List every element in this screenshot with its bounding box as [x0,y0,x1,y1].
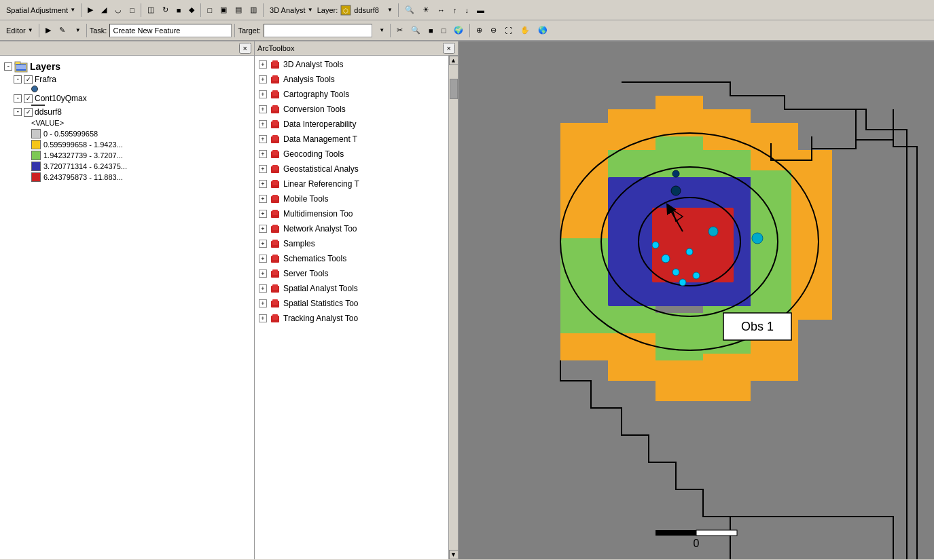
scroll-thumb[interactable] [450,79,458,99]
tb-expand-15[interactable]: + [259,284,267,293]
scroll-up-btn[interactable]: ▲ [449,56,459,65]
globe-btn[interactable]: 🌍 [450,24,467,36]
rtool3[interactable]: ↔ [434,5,448,16]
tb-expand-4[interactable]: + [259,120,267,128]
3d-analyst-btn[interactable]: 3D Analyst [266,5,316,16]
rtool2[interactable]: ☀ [419,4,433,16]
tb-expand-7[interactable]: + [259,165,267,173]
layers-panel-close[interactable]: × [239,43,251,54]
frafra-row[interactable]: ⁃ Frafra [12,74,251,85]
svg-rect-50 [785,150,832,198]
toolbox-item-1[interactable]: + Analysis Tools [256,72,447,87]
toolbox-item-4[interactable]: + Data Interoperability [256,117,447,132]
tb-expand-14[interactable]: + [259,269,267,278]
toolbox-item-15[interactable]: + Spatial Analyst Tools [256,281,447,296]
toolbox-item-16[interactable]: + Spatial Statistics Too [256,296,447,311]
svg-text:0: 0 [694,538,700,549]
spatial-adjustment-btn[interactable]: Spatial Adjustment [3,5,78,16]
zoom-in-btn[interactable]: ⊕ [473,24,486,36]
frafra-expand[interactable]: ⁃ [14,75,22,83]
toolbox-scrollbar[interactable]: ▲ ▼ [448,56,458,559]
toolbox-item-0[interactable]: + 3D Analyst Tools [256,57,447,72]
toolbar-row-1: Spatial Adjustment ▶ ◢ ◡ □ ◫ ↻ ■ ◆ □ ▣ ▤… [0,0,934,20]
tool3[interactable]: ◡ [111,4,125,16]
tool11[interactable]: ▤ [232,4,245,16]
rtool5[interactable]: ↓ [461,5,472,16]
toolbox-item-6[interactable]: + Geocoding Tools [256,147,447,162]
tool4[interactable]: □ [126,5,138,16]
edit-tool2[interactable]: 🔍 [408,24,424,36]
frafra-checkbox[interactable] [24,75,33,84]
edit-tool4[interactable]: □ [438,25,450,36]
tb-expand-9[interactable]: + [259,195,267,203]
tool10[interactable]: ▣ [217,4,230,16]
layer-dropdown-btn[interactable] [382,9,395,12]
tb-expand-12[interactable]: + [259,240,267,248]
tb-expand-16[interactable]: + [259,299,267,307]
rtool6[interactable]: ▬ [473,5,488,16]
editor-btn[interactable]: Editor [3,25,36,36]
tool5[interactable]: ◫ [144,4,158,16]
tool8[interactable]: ◆ [185,4,198,16]
play-btn[interactable]: ▶ [42,24,54,36]
toolbox-item-10[interactable]: + Multidimension Too [256,206,447,221]
toolbox-panel-close[interactable]: × [443,43,455,54]
svg-rect-95 [655,530,696,536]
tb-expand-8[interactable]: + [259,180,267,188]
tb-expand-11[interactable]: + [259,225,267,233]
rtool4[interactable]: ↑ [450,5,461,16]
toolbox-item-13[interactable]: + Schematics Tools [256,251,447,266]
full-extent-btn[interactable]: ⛶ [501,25,516,36]
ddsurf8-row[interactable]: ⁃ ddsurf8 [12,107,251,117]
toolbox-item-9[interactable]: + Mobile Tools [256,191,447,206]
tb-expand-1[interactable]: + [259,75,267,83]
sep8 [234,24,235,37]
task-input[interactable] [109,24,232,37]
tool7[interactable]: ■ [173,5,185,16]
toolbox-item-5[interactable]: + Data Management T [256,132,447,147]
tb-expand-6[interactable]: + [259,150,267,158]
layers-root-row[interactable]: ⁃ Layers [3,59,251,74]
tb-expand-0[interactable]: + [259,60,267,69]
cont-expand[interactable]: ⁃ [14,94,22,102]
tb-expand-5[interactable]: + [259,135,267,143]
tool12[interactable]: ▥ [247,4,260,16]
pencil-dropdown[interactable] [70,29,84,32]
map-svg: 0 Obs 1 [459,41,934,559]
toolbox-item-8[interactable]: + Linear Referencing T [256,176,447,191]
tb-expand-10[interactable]: + [259,210,267,218]
tb-expand-13[interactable]: + [259,255,267,263]
zoom-out-btn[interactable]: ⊖ [487,24,500,36]
tb-expand-2[interactable]: + [259,90,267,98]
edit-tool3[interactable]: ■ [425,25,437,36]
toolbox-item-11[interactable]: + Network Analyst Too [256,221,447,236]
toolbox-item-3[interactable]: + Conversion Tools [256,102,447,117]
map-panel[interactable]: 0 Obs 1 Obs 1 [459,41,934,559]
cont-checkbox[interactable] [24,94,33,103]
target-dropdown[interactable] [374,29,387,32]
pencil-btn[interactable]: ✎ [56,24,69,36]
toolbox-item-7[interactable]: + Geostatistical Analys [256,162,447,176]
target-input[interactable] [264,24,372,37]
cont-row[interactable]: ⁃ Cont10yQmax [12,93,251,104]
tool6[interactable]: ↻ [159,4,172,16]
tool9[interactable]: □ [204,5,215,16]
ddsurf8-expand[interactable]: ⁃ [14,108,22,116]
pan-btn[interactable]: ✋ [517,24,533,36]
rtool1[interactable]: 🔍 [401,4,418,16]
toolbox-label-0: 3D Analyst Tools [283,60,344,69]
layers-expand[interactable]: ⁃ [4,62,12,71]
toolbox-item-2[interactable]: + Cartography Tools [256,87,447,102]
toolbox-item-12[interactable]: + Samples [256,236,447,251]
toolbox-item-17[interactable]: + Tracking Analyst Too [256,311,447,326]
toolbox-item-14[interactable]: + Server Tools [256,266,447,281]
frafra-label: Frafra [35,75,56,84]
scroll-down-btn[interactable]: ▼ [449,550,459,559]
tb-expand-3[interactable]: + [259,105,267,113]
ddsurf8-checkbox[interactable] [24,108,33,117]
tool2[interactable]: ◢ [98,4,110,16]
cursor-tool[interactable]: ▶ [84,4,96,16]
world-btn[interactable]: 🌎 [535,24,551,36]
edit-tool1[interactable]: ✂ [393,24,406,36]
tb-expand-17[interactable]: + [259,314,267,322]
